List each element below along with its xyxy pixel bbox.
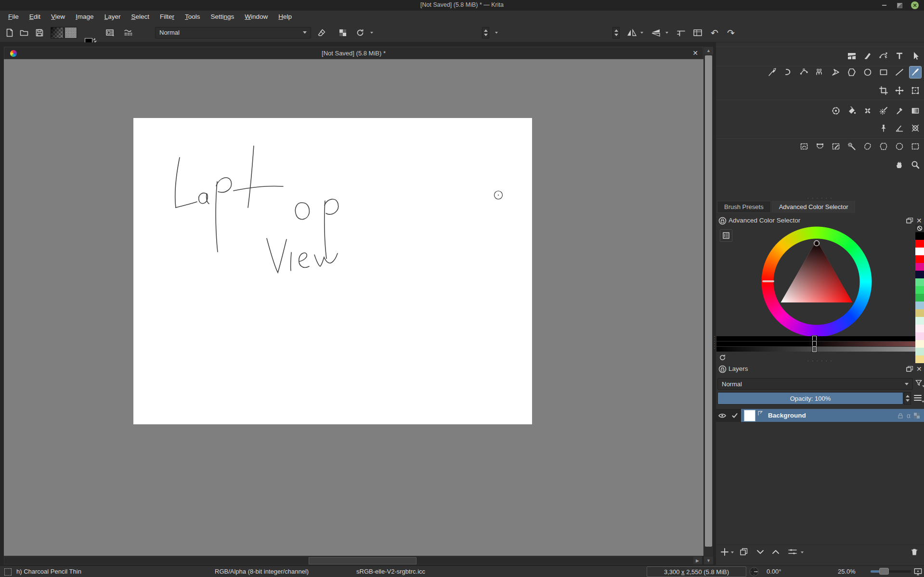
color-sampler-icon[interactable]: [894, 105, 905, 117]
value-bar-2[interactable]: [716, 341, 915, 346]
bezier-curve-icon[interactable]: [798, 66, 810, 78]
tab-brush-presets[interactable]: Brush Presets: [717, 201, 771, 213]
delete-layer-button[interactable]: [910, 547, 919, 557]
menu-filter[interactable]: Filter: [155, 11, 180, 23]
history-swatch[interactable]: [915, 348, 924, 355]
menu-file[interactable]: File: [3, 11, 24, 23]
layer-filter-button[interactable]: [914, 379, 923, 387]
arrange-blocks-icon[interactable]: [846, 50, 858, 62]
dynamic-brush-icon[interactable]: [767, 66, 778, 78]
docker-lock-icon[interactable]: [718, 217, 727, 225]
mirror-vertical-button[interactable]: [650, 28, 662, 38]
layer-blend-mode-combo[interactable]: Normal: [717, 378, 913, 390]
gradient-icon[interactable]: [910, 105, 921, 117]
properties-dropdown[interactable]: [801, 551, 804, 553]
wrap-around-button[interactable]: [676, 28, 687, 38]
elliptical-selection-icon[interactable]: [894, 141, 905, 152]
saturation-value-triangle[interactable]: [761, 226, 872, 338]
select-shapes-icon[interactable]: [910, 50, 921, 62]
zoom-tool-icon[interactable]: [910, 159, 921, 170]
reload-preset-button[interactable]: [355, 28, 365, 38]
layer-inherit-alpha-icon[interactable]: [913, 412, 920, 419]
history-swatch[interactable]: [915, 240, 924, 248]
preserve-alpha-button[interactable]: [338, 28, 348, 38]
layer-properties-button[interactable]: [787, 547, 798, 557]
canvas-hscrollbar[interactable]: ▶: [4, 556, 702, 564]
hscroll-thumb[interactable]: [309, 557, 416, 564]
statusbar-rotation[interactable]: 0.00°: [767, 568, 781, 575]
mirror-horizontal-dropdown[interactable]: [640, 32, 643, 34]
rectangle-icon[interactable]: [878, 66, 889, 78]
pan-icon[interactable]: [894, 159, 905, 170]
value-bar-1[interactable]: [716, 336, 915, 341]
size-dropdown[interactable]: [495, 32, 498, 34]
layer-alpha-icon[interactable]: α: [907, 412, 911, 420]
value-bar-3[interactable]: [716, 347, 915, 352]
docker-close-icon[interactable]: ✕: [916, 217, 922, 224]
spin-down-icon[interactable]: [614, 34, 618, 36]
canvas-viewport[interactable]: [4, 59, 703, 556]
reload-dropdown[interactable]: [370, 32, 373, 34]
menu-help[interactable]: Help: [273, 11, 297, 23]
measure-icon[interactable]: [894, 122, 905, 134]
history-swatch[interactable]: [915, 271, 924, 278]
bar-handle[interactable]: [812, 346, 817, 352]
assistants-icon[interactable]: [910, 122, 921, 134]
docker-close-icon[interactable]: ✕: [916, 365, 922, 373]
move-layer-down-button[interactable]: [755, 547, 765, 557]
opacity-spinner[interactable]: [612, 27, 620, 39]
history-swatch[interactable]: [915, 248, 924, 255]
history-swatch[interactable]: [915, 255, 924, 263]
color-selector-settings-button[interactable]: [720, 229, 732, 242]
menu-window[interactable]: Window: [239, 11, 273, 23]
freehand-brush-icon[interactable]: [910, 66, 921, 78]
text-tool-icon[interactable]: [894, 50, 905, 62]
zoom-slider-handle[interactable]: [879, 568, 889, 575]
statusbar-zoom-value[interactable]: 25.0%: [838, 568, 856, 575]
canvas-vscrollbar[interactable]: ▲ ▼: [704, 47, 713, 564]
gradient-chooser[interactable]: [51, 27, 64, 39]
mirror-vertical-dropdown[interactable]: [665, 32, 668, 34]
layer-options-button[interactable]: [913, 394, 922, 402]
close-button[interactable]: ✕: [911, 1, 919, 9]
open-button[interactable]: [19, 28, 29, 38]
history-swatch[interactable]: [915, 309, 924, 317]
save-button[interactable]: [35, 28, 44, 38]
polygon-icon[interactable]: [846, 66, 858, 78]
layer-opacity-spinner[interactable]: [904, 392, 911, 405]
restore-button[interactable]: [895, 1, 904, 9]
pattern-chooser[interactable]: [65, 27, 77, 39]
menu-edit[interactable]: Edit: [24, 11, 46, 23]
size-spinner[interactable]: [482, 27, 489, 39]
zoom-slider[interactable]: [871, 570, 911, 573]
spin-up-icon[interactable]: [484, 29, 488, 32]
move-icon[interactable]: [894, 85, 905, 96]
docker-resize-handle[interactable]: · · · · · ·: [716, 359, 924, 362]
document-tab[interactable]: [Not Saved] (5.8 MiB) * ✕: [4, 47, 703, 59]
line-icon[interactable]: [894, 66, 905, 78]
docker-resize-handle[interactable]: · · · · · ·: [716, 197, 924, 199]
similar-color-selection-icon[interactable]: [830, 141, 842, 152]
spin-up-icon[interactable]: [614, 29, 618, 32]
tab-advanced-color-selector[interactable]: Advanced Color Selector: [772, 201, 856, 213]
scroll-down-icon[interactable]: ▼: [704, 557, 713, 564]
history-swatch[interactable]: [915, 278, 924, 286]
transform-icon[interactable]: [910, 85, 921, 96]
ellipse-icon[interactable]: [862, 66, 873, 78]
menu-view[interactable]: View: [46, 11, 70, 23]
history-swatch[interactable]: [915, 340, 924, 348]
eraser-mode-button[interactable]: [317, 28, 326, 38]
rectangular-selection-icon[interactable]: [910, 141, 921, 152]
history-swatch[interactable]: [915, 332, 924, 340]
magnetic-selection-icon[interactable]: [798, 141, 810, 152]
polyline-icon[interactable]: [814, 66, 826, 78]
workspace-chooser-button[interactable]: [105, 28, 116, 38]
history-swatch[interactable]: [915, 317, 924, 325]
arrow-shape-icon[interactable]: [830, 66, 842, 78]
layer-row-background[interactable]: Background α: [716, 409, 924, 422]
edit-shapes-icon[interactable]: [878, 50, 889, 62]
colorize-mask-icon[interactable]: [878, 105, 889, 117]
history-swatch[interactable]: [915, 232, 924, 240]
layer-visibility-toggle[interactable]: [716, 409, 729, 422]
layer-name[interactable]: Background: [768, 412, 806, 419]
